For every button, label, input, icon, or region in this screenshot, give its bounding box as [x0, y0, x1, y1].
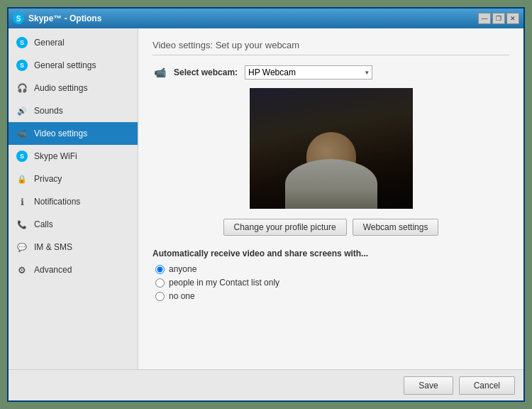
skype-icon: S [16, 36, 28, 49]
headphones-icon [16, 82, 28, 94]
sidebar-item-label: Sounds [34, 106, 63, 116]
msg-icon [16, 241, 28, 253]
minimize-button[interactable]: — [478, 13, 491, 24]
options-window: S Skype™ - Options — ❐ ✕ S General S Gen… [7, 7, 525, 402]
sidebar-item-im-sms[interactable]: IM & SMS [9, 236, 138, 258]
sidebar-item-label: IM & SMS [34, 242, 72, 252]
title-bar: S Skype™ - Options — ❐ ✕ [9, 9, 523, 28]
video-preview-inner [250, 88, 413, 209]
sidebar-item-skype-wifi[interactable]: S Skype WiFi [9, 145, 138, 168]
webcam-select-wrapper: HP Webcam Default No webcam [245, 65, 372, 80]
sidebar-item-label: General [34, 38, 65, 48]
change-profile-picture-button[interactable]: Change your profile picture [223, 219, 347, 236]
page-subtitle: Set up your webcam [216, 40, 300, 50]
close-button[interactable]: ✕ [506, 13, 519, 24]
sidebar-item-label: Video settings [34, 129, 87, 138]
radio-anyone: anyone [153, 264, 509, 274]
video-overlay [250, 88, 413, 209]
sidebar-item-general-settings[interactable]: S General settings [9, 54, 138, 77]
radio-contacts-input[interactable] [155, 278, 165, 288]
auto-receive-title: Automatically receive video and share sc… [153, 249, 509, 258]
sidebar-item-privacy[interactable]: Privacy [9, 168, 138, 190]
radio-noone-label[interactable]: no one [169, 291, 195, 301]
webcam-label: Select webcam: [174, 67, 238, 77]
skype-logo-icon: S [13, 13, 24, 24]
sidebar: S General S General settings Audio setti… [9, 28, 138, 369]
radio-anyone-input[interactable] [155, 265, 165, 274]
sidebar-item-label: Calls [34, 219, 53, 229]
gear-icon [16, 263, 28, 276]
save-button[interactable]: Save [404, 376, 453, 395]
page-title: Video settings: Set up your webcam [153, 40, 509, 55]
radio-noone-input[interactable] [155, 292, 165, 301]
sidebar-item-video-settings[interactable]: Video settings [9, 122, 138, 145]
video-icon [16, 127, 28, 140]
webcam-row: 📹 Select webcam: HP Webcam Default No we… [153, 65, 509, 80]
wifi-icon: S [16, 150, 28, 163]
title-bar-left: S Skype™ - Options [13, 13, 101, 24]
auto-receive-section: Automatically receive video and share sc… [153, 249, 509, 301]
title-bar-buttons: — ❐ ✕ [478, 13, 519, 24]
window-title: Skype™ - Options [28, 13, 101, 23]
cancel-button[interactable]: Cancel [459, 376, 515, 395]
radio-contacts: people in my Contact list only [153, 278, 509, 288]
sidebar-item-calls[interactable]: Calls [9, 213, 138, 236]
main-panel: Video settings: Set up your webcam 📹 Sel… [138, 28, 523, 369]
sidebar-item-label: Advanced [34, 265, 72, 275]
sound-icon [16, 104, 28, 117]
button-row: Change your profile picture Webcam setti… [153, 219, 509, 236]
sidebar-item-advanced[interactable]: Advanced [9, 258, 138, 281]
sidebar-item-label: Skype WiFi [34, 151, 77, 161]
skype-icon: S [16, 59, 28, 72]
info-icon [16, 195, 28, 208]
sidebar-item-label: Notifications [34, 197, 80, 207]
webcam-select[interactable]: HP Webcam Default No webcam [245, 65, 372, 80]
restore-button[interactable]: ❐ [492, 13, 505, 24]
radio-contacts-label[interactable]: people in my Contact list only [169, 278, 279, 288]
sidebar-item-label: Privacy [34, 174, 62, 184]
sidebar-item-notifications[interactable]: Notifications [9, 190, 138, 213]
phone-icon [16, 218, 28, 231]
webcam-icon: 📹 [153, 65, 167, 80]
radio-anyone-label[interactable]: anyone [169, 264, 196, 274]
sidebar-item-general[interactable]: S General [9, 31, 138, 54]
sidebar-item-audio-settings[interactable]: Audio settings [9, 77, 138, 99]
sidebar-item-sounds[interactable]: Sounds [9, 99, 138, 122]
radio-noone: no one [153, 291, 509, 301]
sidebar-item-label: General settings [34, 60, 96, 70]
content-area: S General S General settings Audio setti… [9, 28, 523, 369]
footer: Save Cancel [9, 369, 523, 400]
webcam-settings-button[interactable]: Webcam settings [353, 219, 439, 236]
sidebar-item-label: Audio settings [34, 83, 87, 93]
video-preview [250, 88, 413, 209]
lock-icon [16, 173, 28, 185]
